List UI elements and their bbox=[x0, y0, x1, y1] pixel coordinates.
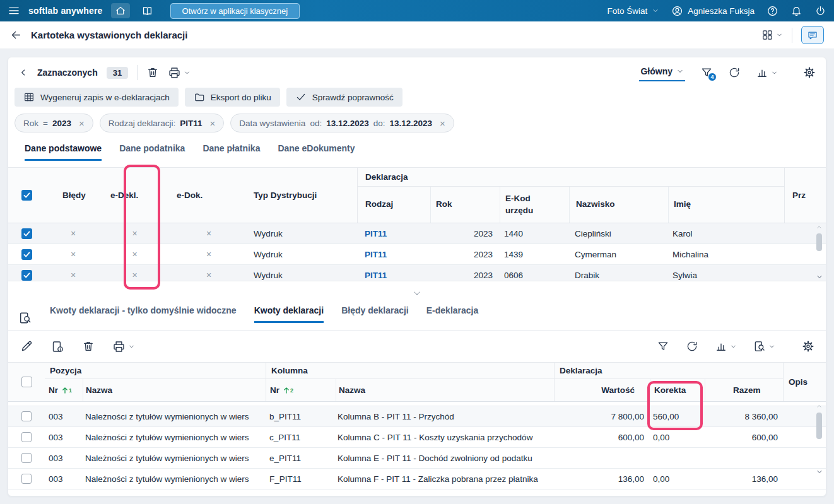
export-to-file-button[interactable]: Eksport do pliku bbox=[185, 88, 280, 107]
validate-button[interactable]: Sprawdź poprawność bbox=[286, 88, 402, 107]
tab-dane-edokumenty[interactable]: Dane eDokumenty bbox=[278, 143, 355, 159]
row-checkbox[interactable] bbox=[21, 270, 32, 281]
scroll-down-icon[interactable] bbox=[814, 468, 825, 476]
home-icon[interactable] bbox=[111, 3, 130, 18]
filter-chip-rodzaj[interactable]: Rodzaj deklaracji: PIT11 × bbox=[100, 114, 225, 132]
column-header-nazwisko[interactable]: Nazwisko bbox=[569, 187, 668, 223]
cell-pozycja-nr: 003 bbox=[45, 433, 83, 442]
table-row[interactable]: × × × Wydruk PIT11 2023 0606 Drabik Sylw… bbox=[8, 265, 826, 281]
main-tabs: Dane podstawowe Dane podatnika Dane płat… bbox=[8, 137, 826, 167]
document-info-icon[interactable] bbox=[51, 340, 64, 353]
column-header-prz[interactable]: Prz bbox=[784, 168, 826, 223]
column-header-edok[interactable]: e-Dok. bbox=[168, 168, 250, 223]
table-row[interactable]: 003 Należności z tytułów wymienionych w … bbox=[8, 406, 826, 427]
tab-kwoty-domyslne[interactable]: Kwoty deklaracji - tylko domyślnie widoc… bbox=[50, 305, 237, 321]
table-row[interactable]: × × × Wydruk PIT11 2023 1439 Cymerman Mi… bbox=[8, 244, 826, 265]
refresh-icon[interactable] bbox=[728, 66, 741, 79]
remove-filter-icon[interactable]: × bbox=[79, 119, 85, 128]
layout-switcher[interactable] bbox=[761, 29, 783, 41]
refresh-icon[interactable] bbox=[686, 340, 698, 353]
hamburger-menu-icon[interactable] bbox=[8, 4, 20, 17]
scrollbar-thumb[interactable] bbox=[816, 233, 822, 251]
row-checkbox[interactable] bbox=[21, 432, 32, 442]
column-header-imie[interactable]: Imię bbox=[668, 187, 785, 223]
table1-scrollbar[interactable] bbox=[814, 224, 824, 281]
table-row[interactable]: 003 Należności z tytułów wymienionych w … bbox=[8, 469, 826, 489]
remove-filter-icon[interactable]: × bbox=[440, 119, 445, 128]
row-checkbox[interactable] bbox=[21, 474, 32, 484]
generate-edeclaration-button[interactable]: Wygeneruj zapis w e-deklaracjach bbox=[15, 88, 179, 107]
remove-filter-icon[interactable]: × bbox=[210, 119, 216, 128]
tab-dane-podatnika[interactable]: Dane podatnika bbox=[119, 143, 185, 159]
chat-panel-button[interactable] bbox=[801, 26, 824, 44]
chart-dropdown[interactable] bbox=[756, 66, 778, 79]
print-dropdown[interactable] bbox=[112, 340, 135, 353]
chart-dropdown[interactable] bbox=[715, 340, 737, 353]
preview-search-icon[interactable] bbox=[18, 311, 32, 325]
back-arrow-icon[interactable] bbox=[10, 29, 22, 41]
open-classic-app-button[interactable]: Otwórz w aplikacji klasycznej bbox=[170, 3, 300, 19]
row-checkbox[interactable] bbox=[21, 453, 32, 463]
partially-scrolled-row[interactable] bbox=[8, 402, 826, 406]
column-group-deklaracja: Deklaracja Rodzaj Rok E-Kod urzędu Nazwi… bbox=[357, 168, 784, 223]
select-all-checkbox[interactable] bbox=[21, 190, 32, 201]
filter-button[interactable]: 4 bbox=[700, 66, 713, 79]
collapse-selection-chevron-left-icon[interactable] bbox=[18, 67, 28, 78]
row-checkbox[interactable] bbox=[21, 249, 32, 260]
column-header-bledy[interactable]: Błędy bbox=[45, 168, 102, 223]
table-row[interactable]: × × × Wydruk PIT11 2023 1440 Ciepliński … bbox=[8, 223, 826, 244]
bar-chart-icon bbox=[756, 66, 768, 79]
settings-gear-icon[interactable] bbox=[802, 340, 814, 353]
scroll-down-icon[interactable] bbox=[814, 273, 825, 281]
column-header-rodzaj[interactable]: Rodzaj bbox=[358, 187, 430, 223]
declaration-link[interactable]: PIT11 bbox=[365, 229, 387, 238]
delete-trash-icon[interactable] bbox=[82, 340, 95, 353]
table-row[interactable]: 003 Należności z tytułów wymienionych w … bbox=[8, 427, 826, 448]
scroll-up-icon[interactable] bbox=[815, 224, 823, 230]
column-header-razem[interactable]: Razem bbox=[705, 379, 784, 401]
row-checkbox[interactable] bbox=[21, 228, 32, 239]
tab-dane-platnika[interactable]: Dane płatnika bbox=[203, 143, 260, 159]
column-header-rok[interactable]: Rok bbox=[430, 187, 500, 223]
filter-chip-rok[interactable]: Rok = 2023 × bbox=[15, 114, 93, 132]
help-icon[interactable] bbox=[766, 5, 778, 17]
row-checkbox[interactable] bbox=[21, 411, 32, 421]
column-header-pozycja-nr[interactable]: Nr 1 bbox=[45, 379, 83, 401]
open-book-icon[interactable] bbox=[138, 3, 157, 18]
table2-scrollbar[interactable] bbox=[814, 403, 824, 476]
preview-dropdown[interactable] bbox=[753, 340, 775, 353]
column-header-kolumna-nazwa[interactable]: Nazwa bbox=[336, 379, 555, 401]
column-header-korekta[interactable]: Korekta bbox=[650, 379, 705, 401]
column-header-opis[interactable]: Opis bbox=[783, 363, 826, 401]
user-menu[interactable]: Agnieszka Fuksja bbox=[671, 5, 755, 17]
notifications-bell-icon[interactable] bbox=[790, 5, 802, 17]
scroll-up-icon[interactable] bbox=[815, 403, 823, 409]
delete-trash-icon[interactable] bbox=[146, 66, 159, 79]
cell-bledy: × bbox=[45, 270, 102, 280]
declaration-link[interactable]: PIT11 bbox=[365, 271, 387, 280]
column-header-ekod-urzedu[interactable]: E-Kod urzędu bbox=[500, 187, 569, 223]
column-header-edekl[interactable]: e-Dekl. bbox=[102, 168, 168, 223]
view-selector[interactable]: Główny bbox=[639, 64, 685, 81]
filter-chip-data-wystawienia[interactable]: Data wystawienia od: 13.12.2023 do: 13.1… bbox=[230, 114, 454, 132]
company-selector[interactable]: Foto Świat bbox=[607, 6, 659, 16]
column-header-kolumna-nr[interactable]: Nr 2 bbox=[266, 379, 336, 401]
print-dropdown[interactable] bbox=[168, 66, 191, 79]
cell-pozycja-nazwa: Należności z tytułów wymienionych w wier… bbox=[83, 454, 266, 463]
collapse-panel-chevron-icon[interactable] bbox=[410, 289, 424, 298]
declaration-link[interactable]: PIT11 bbox=[365, 250, 387, 259]
tab-kwoty-deklaracji[interactable]: Kwoty deklaracji bbox=[254, 305, 324, 323]
select-all-checkbox[interactable] bbox=[21, 377, 32, 387]
column-header-wartosc[interactable]: Wartość bbox=[555, 379, 650, 401]
filter-funnel-icon[interactable] bbox=[657, 340, 669, 353]
column-header-pozycja-nazwa[interactable]: Nazwa bbox=[83, 379, 266, 401]
edit-pencil-icon[interactable] bbox=[20, 339, 33, 353]
power-logout-icon[interactable] bbox=[814, 5, 826, 17]
tab-bledy-deklaracji[interactable]: Błędy deklaracji bbox=[341, 305, 409, 321]
column-header-typ-dystrybucji[interactable]: Typ Dystrybucji bbox=[250, 168, 357, 223]
settings-gear-icon[interactable] bbox=[803, 66, 816, 79]
tab-e-deklaracja[interactable]: E-deklaracja bbox=[426, 305, 479, 321]
tab-dane-podstawowe[interactable]: Dane podstawowe bbox=[25, 143, 102, 161]
scrollbar-thumb[interactable] bbox=[816, 413, 822, 439]
table-row[interactable]: 003 Należności z tytułów wymienionych w … bbox=[8, 448, 826, 469]
